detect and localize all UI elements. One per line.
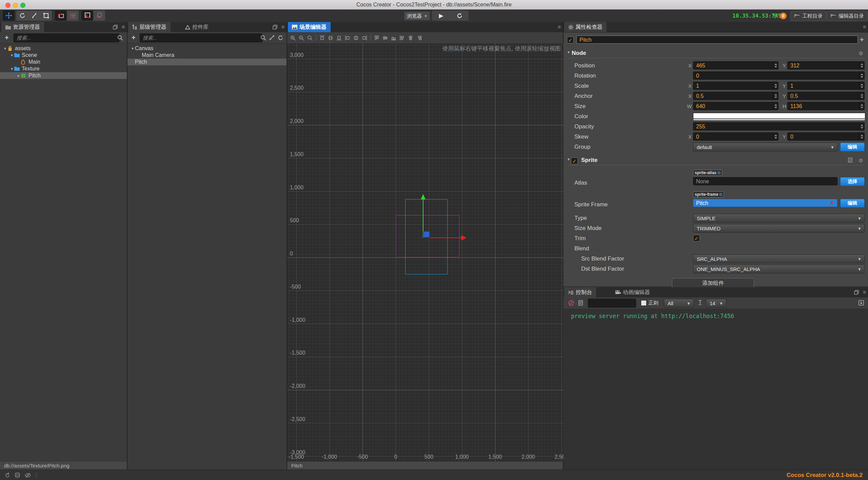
log-file-icon[interactable] [578,300,583,306]
play-preview-button[interactable]: ▶ [432,11,450,21]
expand-arrow-icon[interactable]: ▾ [9,52,14,59]
spinner[interactable] [859,72,864,79]
align-top-icon[interactable] [319,32,325,43]
panel-menu-icon[interactable]: ≡ [281,24,284,30]
color-swatch[interactable] [693,113,865,119]
align-hcenter-icon[interactable] [353,32,359,43]
size-mode-select[interactable]: TRIMMED▼ [693,224,865,233]
node-name-field[interactable]: Pitch [576,36,858,44]
expand-arrow-icon[interactable]: ▾ [130,45,135,52]
align-right-icon[interactable] [362,32,367,43]
group-edit-button[interactable]: 编辑 [840,143,865,151]
search-icon[interactable] [117,35,123,41]
asset-item-scene[interactable]: ▾Scene [0,52,127,59]
add-node-button[interactable]: + [860,34,864,45]
group-select[interactable]: default▼ [693,143,837,151]
popout-panel-icon[interactable] [273,25,277,29]
distribute-left-icon[interactable] [399,32,405,43]
refresh-icon[interactable] [278,35,283,41]
local-coordinate-button[interactable] [81,11,93,21]
spinner[interactable] [859,123,864,130]
asset-item-texture[interactable]: ▾Texture [0,65,127,72]
popout-panel-icon[interactable] [113,25,118,29]
log-level-select[interactable]: All▼ [664,299,694,308]
spinner[interactable] [859,92,864,100]
clear-console-icon[interactable] [568,300,574,306]
regex-checkbox[interactable] [641,300,647,306]
open-project-dir-button[interactable]: 工程目录 [790,11,826,21]
spinner[interactable] [773,82,778,89]
scale-x-field[interactable]: 1 [693,82,778,90]
spinner[interactable] [859,62,864,69]
spinner[interactable] [773,133,778,140]
node-item-canvas[interactable]: ▾Canvas [127,45,287,52]
font-size-select[interactable]: 14▼ [706,299,726,308]
clear-value-icon[interactable]: ✗ [830,199,834,207]
tab-scene-editor[interactable]: 场景编辑器 [288,22,331,32]
database-icon[interactable] [15,473,20,478]
spinner[interactable] [859,82,864,89]
tab-widget-library[interactable]: 控件库 [181,22,213,32]
distribute-vcenter-icon[interactable] [382,32,388,43]
tab-hierarchy[interactable]: 层级管理器 [128,22,171,32]
popout-panel-icon[interactable] [854,290,859,295]
skew-x-field[interactable]: 0 [693,132,778,141]
skew-y-field[interactable]: 0 [787,132,865,141]
spinner[interactable] [859,102,864,110]
distribute-top-icon[interactable] [374,32,379,43]
anchor-y-field[interactable]: 0.5 [787,92,865,100]
position-x-field[interactable]: 465 [693,61,778,69]
sprite-frame-field[interactable]: Pitch ✗ [693,199,837,207]
help-doc-icon[interactable] [848,158,852,163]
asset-item-pitch[interactable]: ▸Pitch [0,72,127,79]
align-left-icon[interactable] [345,32,350,43]
anchor-x-field[interactable]: 0.5 [693,92,778,100]
spinner[interactable] [773,62,778,69]
sprite-frame-edit-button[interactable]: 编辑 [840,199,865,208]
expand-arrow-icon[interactable]: ▾ [3,45,7,52]
position-y-field[interactable]: 312 [787,61,865,69]
pivot-anchor-button[interactable] [67,11,79,21]
atlas-field[interactable]: None [693,177,837,185]
gear-icon[interactable]: ⚙ [859,50,863,57]
sprite-enabled-checkbox[interactable]: ✓ [571,158,578,164]
zoom-out-icon[interactable] [299,32,304,43]
refresh-preview-button[interactable] [450,11,469,21]
opacity-field[interactable]: 255 [693,122,865,130]
scene-canvas[interactable]: 使用鼠标右键平移视窗焦点, 使用滚轮缩放视图 3,0002,5002,0001,… [287,43,564,461]
scale-y-field[interactable]: 1 [787,82,865,90]
tab-inspector[interactable]: 属性检查器 [564,22,607,32]
external-link-icon[interactable]: ⧉ [717,170,721,175]
src-blend-select[interactable]: SRC_ALPHA▼ [693,254,865,263]
external-link-icon[interactable]: ⧉ [719,192,723,197]
panel-menu-icon[interactable]: ≡ [558,24,561,30]
type-select[interactable]: SIMPLE▼ [693,214,865,223]
assets-search-input[interactable]: 搜索... [14,34,119,42]
collapse-log-icon[interactable] [859,300,864,306]
hierarchy-search-input[interactable]: 搜索... [140,34,262,42]
open-editor-dir-button[interactable]: 编辑器目录 [827,11,868,21]
distribute-right-icon[interactable] [416,32,422,43]
panel-menu-icon[interactable]: ≡ [863,289,866,295]
trim-checkbox[interactable]: ✓ [693,235,700,242]
tab-console[interactable]: 控制台 [564,287,596,297]
console-filter-input[interactable] [588,299,636,308]
asset-item-assets[interactable]: ▾assets [0,45,127,52]
collapse-arrow-icon[interactable]: ▾ [566,157,571,162]
align-vcenter-icon[interactable] [328,32,333,43]
panel-menu-icon[interactable]: ≡ [122,24,125,30]
create-asset-button[interactable]: + [5,32,9,43]
collapse-arrow-icon[interactable]: ▸ [16,72,21,79]
console-log-line[interactable]: preview server running at http://localho… [571,313,734,319]
eye-hidden-icon[interactable] [25,473,31,478]
minimize-window-button[interactable] [13,3,18,8]
zoom-reset-icon[interactable] [307,32,313,43]
expand-all-icon[interactable] [269,35,275,40]
rotation-field[interactable]: 0 [693,71,865,80]
collapse-arrow-icon[interactable]: ▾ [566,50,571,55]
distribute-bottom-icon[interactable] [391,32,396,43]
align-bottom-icon[interactable] [336,32,342,43]
expand-arrow-icon[interactable]: ▾ [9,65,14,72]
gear-icon[interactable]: ⚙ [859,158,863,164]
size-h-field[interactable]: 1136 [787,102,865,110]
